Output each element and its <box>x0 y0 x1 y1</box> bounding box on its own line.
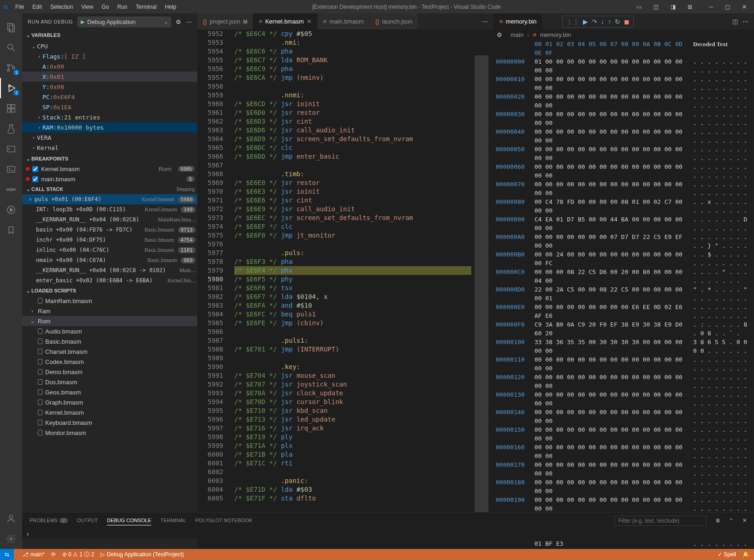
menu-terminal[interactable]: Terminal <box>132 2 160 12</box>
hex-row[interactable]: 0000007000 00 00 00 00 00 00 00 00 00 00… <box>496 180 754 197</box>
minimap[interactable] <box>471 30 493 549</box>
hex-row[interactable]: 000000B000 00 24 00 00 00 00 00 00 00 00… <box>496 250 754 268</box>
code-line[interactable]: /* $E710 */ jsr kbd_scan <box>234 406 471 415</box>
code-line[interactable]: /* $E6FE */ jmp (cbinv) <box>234 319 471 328</box>
hex-row[interactable]: 0000006000 00 00 00 00 00 00 00 00 00 00… <box>496 162 754 180</box>
code-line[interactable]: /* $E6D9 */ jsr screen_set_defaults_from… <box>234 135 471 143</box>
code-line[interactable]: /* $E71B */ pla <box>234 450 471 459</box>
stop-icon[interactable]: ◼ <box>624 18 629 25</box>
callstack-frame[interactable]: nmain +0x00 (04:C67A)Basic.bmasm969 <box>22 255 197 265</box>
callstack-frame[interactable]: __KERNRAM_RUN__ +0x04 (00:02C8)MainRam.b… <box>22 214 197 225</box>
step-out-icon[interactable]: ↑ <box>608 18 611 25</box>
code-line[interactable]: .puls1: <box>234 336 471 345</box>
section-variables[interactable]: ⌄VARIABLES <box>22 30 197 40</box>
loaded-script[interactable]: Dos.bmasm <box>22 377 197 387</box>
code-line[interactable]: /* $E6E6 */ jsr cint <box>234 196 471 205</box>
bookmark-icon[interactable] <box>0 220 22 240</box>
code-line[interactable] <box>234 240 471 249</box>
split-icon[interactable]: ◫ <box>732 18 738 25</box>
hex-row[interactable]: 000000D022 00 2A C5 00 00 08 22 C5 00 00… <box>496 285 754 303</box>
hex-row[interactable]: 0000013000 00 00 00 00 00 00 00 00 00 00… <box>496 390 754 408</box>
code-line[interactable]: /* $E713 */ jsr led_update <box>234 415 471 424</box>
panel-tab-output[interactable]: OUTPUT <box>77 516 98 525</box>
layout-icon[interactable]: ⊞ <box>684 2 696 12</box>
code-line[interactable]: /* $E6D6 */ jsr call_audio_init <box>234 126 471 135</box>
code-line[interactable]: /* $E6FA */ and #$10 <box>234 301 471 310</box>
editor-tab[interactable]: ≡main.bmasm <box>318 13 370 30</box>
cpu-register[interactable]: ›Flags: [ IZ ] <box>22 51 197 61</box>
account-icon[interactable] <box>0 508 22 529</box>
code-line[interactable]: /* $E6DC */ clc <box>234 143 471 152</box>
close-tab-icon[interactable]: ✕ <box>307 18 312 25</box>
search-icon[interactable] <box>0 37 22 58</box>
panel-tab-polyglot-notebook[interactable]: POLYGLOT NOTEBOOK <box>196 516 253 525</box>
cpu-register[interactable]: Y: 0x08 <box>22 82 197 92</box>
cpu-register[interactable]: PC: 0xE6F4 <box>22 92 197 102</box>
var-ram[interactable]: ›RAM: 0x10000 bytes <box>22 122 197 132</box>
hex-row[interactable]: 0000014000 00 00 00 00 00 00 00 00 00 00… <box>496 408 754 425</box>
menu-help[interactable]: Help <box>161 2 180 12</box>
hex-row[interactable]: 000000A000 00 00 00 00 00 00 07 D7 D7 22… <box>496 232 754 250</box>
code-line[interactable] <box>234 161 471 170</box>
hex-row[interactable]: 0000001000 00 00 00 00 00 00 00 00 00 00… <box>496 75 754 92</box>
spell-check[interactable]: ✓ Spell <box>718 551 736 558</box>
loaded-script[interactable]: Basic.bmasm <box>22 336 197 346</box>
branch-indicator[interactable]: ⎇ main* <box>22 551 45 558</box>
hex-row[interactable]: 00000090C4 EA 01 D7 B5 00 00 44 BA 00 00… <box>496 215 754 232</box>
hex-row[interactable]: 0000016000 00 00 00 00 00 00 00 00 00 00… <box>496 443 754 460</box>
layout-icon[interactable]: ◫ <box>650 2 662 12</box>
callstack-frame[interactable]: inlinc +0x00 (04:C76C)Basic.bmasm1101 <box>22 245 197 255</box>
settings-icon[interactable] <box>0 529 22 549</box>
hex-row[interactable]: 0000000001 00 00 00 00 00 00 00 00 00 00… <box>496 57 754 75</box>
code-line[interactable]: /* $E719 */ ply <box>234 433 471 441</box>
grip-icon[interactable]: ⋮⋮ <box>566 18 579 25</box>
menu-file[interactable]: File <box>12 2 28 12</box>
code-line[interactable]: /* $E6E3 */ jsr ioinit <box>234 187 471 196</box>
code-line[interactable]: /* $E6F5 */ phy <box>234 275 471 284</box>
loaded-ram[interactable]: ›Ram <box>22 306 197 316</box>
loaded-script[interactable]: Geos.bmasm <box>22 387 197 397</box>
crumb-strip[interactable]: › <box>22 529 754 539</box>
code-line[interactable]: /* $E6F0 */ jmp jt_monitor <box>234 231 471 240</box>
play-icon[interactable] <box>0 200 22 220</box>
hex-row[interactable]: 0000002000 00 00 00 00 00 00 00 00 00 00… <box>496 92 754 110</box>
code-line[interactable]: .timb: <box>234 170 471 179</box>
code-line[interactable]: /* $E71A */ plx <box>234 441 471 450</box>
hex-row[interactable]: 0000005000 00 00 00 00 00 00 00 00 00 00… <box>496 145 754 162</box>
var-cpu[interactable]: ⌄CPU <box>22 41 197 51</box>
hex-row[interactable]: 000000E000 00 00 00 00 00 00 00 00 E6 EE… <box>496 303 754 320</box>
hex-row[interactable]: 000000C000 00 00 08 22 C5 D6 00 20 00 80… <box>496 268 754 285</box>
code-line[interactable]: .nnmi: <box>234 91 471 100</box>
code-line[interactable]: /* $E6C4 */ cpy #$05 <box>234 30 471 38</box>
hex-row[interactable]: 000001C04C E2 00 07 42 25 BB CF EC CF 54… <box>496 548 754 549</box>
var-kernal[interactable]: ›Kernal <box>22 143 197 153</box>
layout-icon[interactable]: ◨ <box>667 2 679 12</box>
loaded-script[interactable]: Codex.bmasm <box>22 357 197 367</box>
continue-icon[interactable]: ▶ <box>583 18 588 25</box>
code-line[interactable]: /* $E704 */ jsr mouse_scan <box>234 371 471 380</box>
start-debug-icon[interactable]: ▶ <box>81 19 84 25</box>
code-line[interactable]: /* $E707 */ jsr joystick_scan <box>234 380 471 389</box>
var-vera[interactable]: ›VERA <box>22 132 197 143</box>
code-line[interactable]: /* $E6C7 */ lda ROM_BANK <box>234 56 471 65</box>
extensions-icon[interactable] <box>0 98 22 119</box>
hex-row[interactable]: 0000003000 00 00 00 00 00 00 00 00 00 00… <box>496 110 754 127</box>
hex-row[interactable]: 0000017000 00 00 00 00 00 00 00 00 00 00… <box>496 460 754 478</box>
remote-indicator[interactable]: ⇆ <box>0 549 14 560</box>
references-icon[interactable] <box>0 179 22 200</box>
code-line[interactable]: /* $E6EC */ jsr screen_set_defaults_from… <box>234 214 471 222</box>
menu-go[interactable]: Go <box>98 2 113 12</box>
code-line[interactable]: /* $E6F3 */ pha <box>234 257 471 266</box>
code-line[interactable]: /* $E6CA */ jmp (nminv) <box>234 73 471 82</box>
code-line[interactable]: /* $E70D */ jsr cursor_blink <box>234 398 471 406</box>
minimize-icon[interactable]: ─ <box>705 2 717 12</box>
gear-icon[interactable]: ⚙ <box>176 18 181 25</box>
loaded-script[interactable]: Keyboard.bmasm <box>22 417 197 428</box>
callstack-frame[interactable]: __KERNRAM_RUN__ +0x04 (00:02C8 -> 0102)M… <box>22 265 197 275</box>
menu-edit[interactable]: Edit <box>29 2 46 12</box>
gear-icon[interactable]: ⚙ <box>497 31 502 38</box>
more-icon[interactable]: ⋯ <box>186 18 192 25</box>
code-line[interactable] <box>234 82 471 91</box>
hex-row[interactable]: 0000015000 00 00 00 00 00 00 00 00 00 00… <box>496 425 754 443</box>
code-line[interactable]: .key: <box>234 363 471 371</box>
